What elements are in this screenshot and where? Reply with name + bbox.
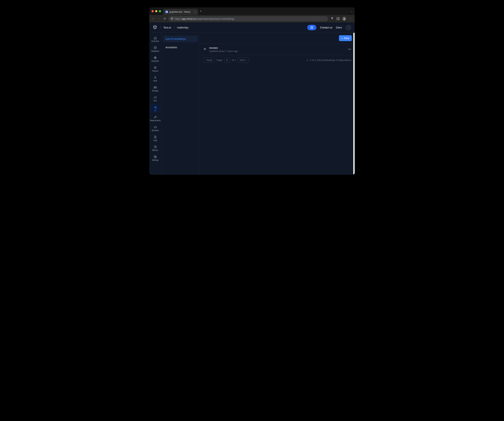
sidenav-label: Auth (153, 80, 157, 82)
subnav: Auto-Embeddings Assistants (161, 33, 200, 175)
item-menu-icon[interactable]: ••• (348, 48, 351, 51)
browser-window: graphite-test - Nhost × + ⌄ ← → ⟳ https:… (149, 7, 355, 175)
browser-tab[interactable]: graphite-test - Nhost × (163, 9, 198, 15)
sidenav-label: Hasura (152, 70, 158, 72)
page-label: Page (217, 59, 222, 61)
tabs-menu-icon[interactable]: ⌄ (351, 10, 353, 12)
app-header: / Tara.ai / matterday Contact us Docs (149, 22, 355, 33)
svg-point-6 (154, 46, 156, 47)
svg-rect-1 (337, 18, 339, 20)
breadcrumb-org[interactable]: Tara.ai (163, 26, 171, 29)
sidenav-label: Deployments (150, 119, 161, 122)
sidenav-label: Overview (151, 40, 159, 42)
subnav-assistants[interactable]: Assistants (163, 44, 198, 51)
svg-point-12 (155, 88, 155, 88)
sidenav-backups[interactable]: Backups (150, 124, 161, 133)
svg-point-3 (344, 18, 345, 19)
sidenav: Overview Database GraphQL Hasura Auth (149, 33, 161, 175)
extension-icon[interactable] (330, 17, 334, 20)
content: + New movies Updated about 7 hours ago •… (200, 33, 355, 175)
app: / Tara.ai / matterday Contact us Docs Ov… (149, 22, 355, 175)
subnav-auto-embeddings[interactable]: Auto-Embeddings (163, 36, 198, 42)
pagination: ‹ Back Page of 1 Next › 1 - 1 of 1 Auto-… (200, 55, 355, 65)
breadcrumb-project[interactable]: matterday (177, 26, 188, 29)
url-text: https://app.nhost.io/taraai/matterday/ai… (175, 18, 234, 20)
sidenav-overview[interactable]: Overview (150, 35, 161, 43)
sidenav-label: GraphQL (151, 60, 159, 62)
sidenav-label: Run (154, 100, 157, 102)
chevron-right-icon: › (246, 59, 246, 61)
sidenav-label: Storage (152, 90, 158, 92)
sidenav-label: Logs (153, 139, 157, 141)
item-title: movies (209, 46, 238, 49)
profile-icon[interactable] (342, 17, 346, 21)
forward-icon[interactable]: → (158, 17, 161, 21)
sidenav-graphql[interactable]: GraphQL (150, 55, 161, 63)
feedback-button[interactable] (307, 25, 316, 30)
new-tab-button[interactable]: + (200, 10, 202, 13)
pagination-next-button[interactable]: Next › (238, 57, 249, 63)
item-subtitle: Updated about 7 hours ago (209, 50, 238, 53)
embedding-icon (203, 47, 206, 51)
breadcrumb-separator: / (174, 26, 174, 29)
sidenav-logs[interactable]: Logs (150, 134, 161, 142)
sidenav-settings[interactable]: Settings (150, 154, 161, 162)
close-window[interactable] (151, 10, 154, 12)
close-tab-icon[interactable]: × (195, 11, 196, 13)
app-body: Overview Database GraphQL Hasura Auth (149, 33, 355, 175)
new-button[interactable]: + New (339, 35, 352, 41)
tab-title: graphite-test - Nhost (169, 11, 190, 13)
sidenav-run[interactable]: Run (150, 94, 161, 103)
url-bar[interactable]: https://app.nhost.io/taraai/matterday/ai… (168, 16, 328, 21)
sidenav-label: AI (154, 110, 156, 112)
minimize-window[interactable] (155, 10, 157, 12)
traffic-lights (151, 10, 161, 12)
browser-toolbar: ← → ⟳ https://app.nhost.io/taraai/matter… (149, 15, 355, 22)
embedding-list-item[interactable]: movies Updated about 7 hours ago ••• (200, 44, 355, 55)
scrollbar[interactable] (353, 33, 355, 175)
contact-link[interactable]: Contact us (320, 26, 332, 29)
pagination-back-button[interactable]: ‹ Back (203, 57, 215, 63)
nhost-logo-icon[interactable] (153, 25, 157, 30)
maximize-window[interactable] (159, 10, 161, 12)
site-info-icon[interactable] (171, 17, 173, 20)
sidenav-storage[interactable]: Storage (150, 85, 161, 93)
breadcrumb-separator: / (160, 26, 161, 29)
tab-favicon-icon (165, 11, 168, 13)
sidenav-hasura[interactable]: Hasura (150, 65, 161, 73)
svg-point-8 (155, 77, 156, 78)
sidenav-label: Database (151, 50, 159, 52)
reload-icon[interactable]: ⟳ (164, 17, 166, 21)
pagination-status: 1 - 1 of 1 Auto-Embeddings Configuration… (306, 59, 351, 61)
svg-point-11 (155, 87, 155, 87)
chevron-left-icon: ‹ (206, 59, 206, 61)
content-header: + New (200, 33, 355, 44)
sidenav-label: Metrics (152, 149, 158, 151)
plus-icon: + (342, 37, 343, 40)
sidenav-metrics[interactable]: Metrics (150, 144, 161, 152)
new-button-label: New (344, 37, 349, 40)
sidenav-auth[interactable]: Auth (150, 74, 161, 83)
svg-point-13 (155, 156, 156, 157)
browser-menu-icon[interactable]: ⋮ (349, 17, 352, 20)
panel-icon[interactable] (336, 17, 340, 20)
page-input[interactable] (224, 58, 230, 63)
sidenav-label: Settings (152, 159, 158, 161)
user-avatar[interactable] (346, 24, 351, 31)
docs-link[interactable]: Docs (336, 26, 342, 29)
sidenav-database[interactable]: Database (150, 45, 161, 53)
sidenav-deployments[interactable]: Deployments (150, 114, 161, 122)
page-of-label: of 1 (232, 59, 236, 61)
sidenav-label: Backups (152, 129, 159, 131)
back-icon[interactable]: ← (152, 17, 155, 21)
titlebar: graphite-test - Nhost × + ⌄ (149, 7, 355, 15)
sidenav-ai[interactable]: AI (150, 104, 161, 113)
